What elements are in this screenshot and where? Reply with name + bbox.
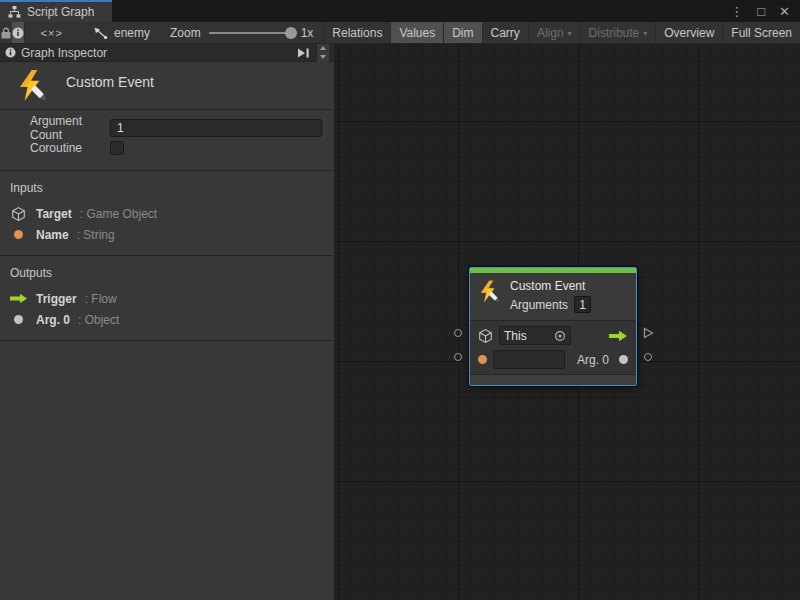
node-row-target: This <box>478 326 628 345</box>
graph-toolbar: <×> enemy Zoom 1x Relations Values Dim C… <box>0 22 800 44</box>
input-port-name[interactable] <box>454 353 462 361</box>
argument-count-input[interactable] <box>110 119 322 137</box>
carry-label: Carry <box>491 26 520 40</box>
dim-label: Dim <box>452 26 473 40</box>
tabbar-spacer <box>112 0 720 22</box>
full-screen-button[interactable]: Full Screen <box>723 22 800 43</box>
port-type: : String <box>77 228 115 242</box>
port-name: Arg. 0 <box>36 313 70 327</box>
graph-name: enemy <box>114 26 150 40</box>
panel-scroll-spinner <box>316 44 329 62</box>
gameobject-cube-icon <box>8 206 28 222</box>
unit-fields: Argument Count Coroutine <box>0 110 334 171</box>
window-menu-icon[interactable]: ⋮ <box>730 5 743 18</box>
node-arguments: Arguments 1 <box>510 296 591 313</box>
custom-event-icon <box>16 69 50 103</box>
flow-port-triangle-icon <box>643 327 654 339</box>
coroutine-checkbox[interactable] <box>110 141 124 155</box>
graph-canvas[interactable]: Custom Event Arguments 1 This <box>335 44 800 600</box>
output-row-trigger: Trigger : Flow <box>8 288 326 309</box>
input-row-target: Target : Game Object <box>8 203 326 224</box>
object-picker-icon[interactable] <box>554 330 566 342</box>
distribute-dropdown-button[interactable]: Distribute▾ <box>581 22 657 43</box>
chevron-down-icon: ▾ <box>643 29 647 38</box>
arguments-label: Arguments <box>510 298 568 312</box>
port-type: : Flow <box>85 292 117 306</box>
outputs-heading: Outputs <box>10 266 326 280</box>
arg0-label: Arg. 0 <box>577 353 609 367</box>
scroll-up-button[interactable] <box>317 44 329 53</box>
zoom-value: 1x <box>301 26 314 40</box>
align-dropdown-button[interactable]: Align▾ <box>529 22 581 43</box>
carry-button[interactable]: Carry <box>483 22 529 43</box>
overview-button[interactable]: Overview <box>656 22 723 43</box>
graph-inspector-header: Graph Inspector <box>0 44 334 62</box>
preview-code-button[interactable]: <×> <box>33 22 71 43</box>
values-button[interactable]: Values <box>391 22 444 43</box>
string-dot-icon <box>8 230 28 239</box>
input-port-target[interactable] <box>454 329 462 337</box>
output-row-arg0: Arg. 0 : Object <box>8 309 326 330</box>
code-icon: <×> <box>41 27 63 39</box>
info-icon <box>5 47 16 58</box>
info-icon <box>12 27 24 39</box>
inspector-toggle-button[interactable] <box>12 22 25 43</box>
unit-title: Custom Event <box>66 74 154 90</box>
dim-button[interactable]: Dim <box>444 22 482 43</box>
input-row-name: Name : String <box>8 224 326 245</box>
tab-script-graph[interactable]: Script Graph <box>0 0 112 22</box>
output-port-arg0[interactable] <box>644 353 652 361</box>
toolbar-button-group: Relations Values Dim Carry Align▾ Distri… <box>323 22 800 43</box>
full-screen-label: Full Screen <box>731 26 792 40</box>
target-value: This <box>504 329 527 343</box>
flow-arrow-icon <box>608 330 628 342</box>
panel-empty-area <box>0 341 334 600</box>
relations-label: Relations <box>332 26 382 40</box>
dock-panel-icon[interactable] <box>297 48 311 58</box>
node-header-text: Custom Event Arguments 1 <box>510 279 591 313</box>
custom-event-node[interactable]: Custom Event Arguments 1 This <box>469 267 637 386</box>
string-dot-icon <box>478 355 487 364</box>
chevron-down-icon: ▾ <box>568 29 572 38</box>
output-port-trigger[interactable] <box>643 327 654 342</box>
zoom-slider[interactable] <box>209 32 293 34</box>
lock-button[interactable] <box>0 22 12 43</box>
coroutine-row: Coroutine <box>12 138 322 158</box>
scroll-down-button[interactable] <box>317 53 329 62</box>
maximize-icon[interactable]: □ <box>757 5 765 18</box>
triangle-down-icon <box>320 55 326 59</box>
gameobject-cube-icon <box>478 328 493 344</box>
arguments-value-box[interactable]: 1 <box>574 296 591 313</box>
graph-inspector-panel: Graph Inspector Custom Event Argum <box>0 44 335 600</box>
panel-title: Graph Inspector <box>21 46 107 60</box>
distribute-label: Distribute <box>589 26 640 40</box>
window-controls: ⋮ □ ✕ <box>720 0 800 22</box>
tab-bar: Script Graph ⋮ □ ✕ <box>0 0 800 22</box>
node-title: Custom Event <box>510 279 591 293</box>
toolbar-gap <box>25 22 32 43</box>
name-value-input[interactable] <box>493 350 565 369</box>
port-name: Name <box>36 228 69 242</box>
script-graph-asset-icon <box>93 27 108 39</box>
object-dot-icon <box>619 355 628 364</box>
port-type: : Game Object <box>80 207 157 221</box>
target-object-dropdown[interactable]: This <box>499 326 571 345</box>
coroutine-label: Coroutine <box>12 141 110 155</box>
align-label: Align <box>537 26 564 40</box>
port-type: : Object <box>78 313 119 327</box>
relations-button[interactable]: Relations <box>324 22 391 43</box>
close-icon[interactable]: ✕ <box>779 5 790 18</box>
zoom-control: Zoom 1x <box>160 22 323 43</box>
graph-asset-breadcrumb[interactable]: enemy <box>83 22 160 43</box>
object-dot-icon <box>8 315 28 324</box>
port-name: Target <box>36 207 72 221</box>
zoom-slider-handle[interactable] <box>285 27 297 39</box>
triangle-up-icon <box>320 46 326 50</box>
lock-icon <box>1 27 11 39</box>
graph-hierarchy-icon <box>8 6 21 18</box>
node-header[interactable]: Custom Event Arguments 1 <box>470 273 636 320</box>
node-footer <box>470 374 636 385</box>
inputs-heading: Inputs <box>10 181 326 195</box>
script-graph-window: Script Graph ⋮ □ ✕ <×> enemy Zoom <box>0 0 800 600</box>
node-body: This Arg. 0 <box>470 320 636 374</box>
